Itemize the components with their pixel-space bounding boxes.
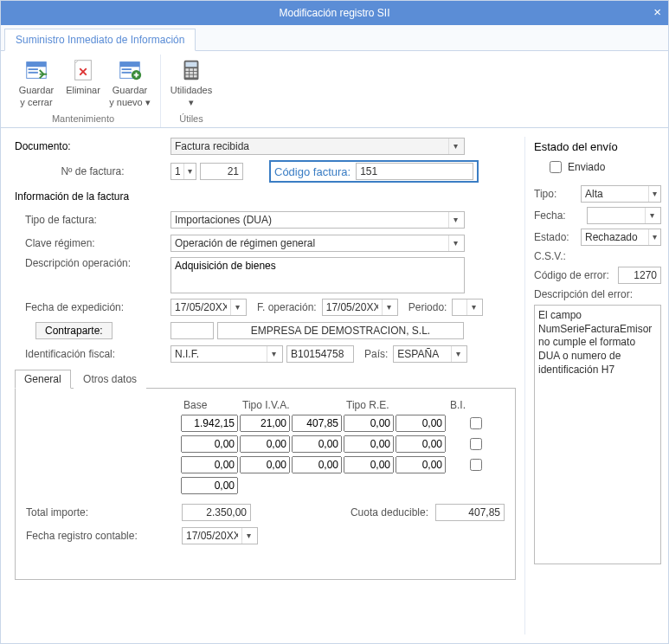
envio-descerr-label: Descripción del error: — [534, 288, 633, 300]
pais-select[interactable]: ▾ — [393, 345, 467, 363]
enviado-checkbox[interactable] — [550, 161, 562, 173]
bi-checkbox[interactable] — [451, 438, 501, 450]
documento-label: Documento: — [15, 140, 170, 152]
utilities-button[interactable]: Utilidades ▾ — [168, 55, 215, 110]
delete-icon — [70, 57, 96, 83]
idfiscal-tipo-select[interactable]: ▾ — [170, 345, 283, 363]
chevron-down-icon: ▾ — [448, 235, 462, 251]
save-new-button[interactable]: Guardar y nuevo ▾ — [106, 55, 153, 110]
chevron-down-icon: ▾ — [648, 186, 660, 202]
save-close-icon — [23, 57, 49, 83]
svg-rect-20 — [194, 75, 197, 78]
envio-tipo-label: Tipo: — [534, 188, 581, 200]
th-tipore: Tipo R.E. — [343, 397, 447, 413]
clave-regimen-select[interactable]: ▾ — [170, 235, 465, 252]
tab-sii[interactable]: Suministro Inmediato de Información — [4, 29, 196, 51]
window-title: Modificación registro SII — [279, 7, 389, 19]
total-importe-label: Total importe: — [26, 506, 182, 518]
th-bi: B.I. — [447, 397, 505, 413]
periodo-select[interactable]: ▾ — [452, 299, 483, 316]
nfactura-input[interactable] — [200, 163, 243, 180]
svg-rect-15 — [185, 72, 189, 74]
chevron-down-icon: ▾ — [466, 299, 480, 315]
codigo-factura-input[interactable] — [356, 163, 473, 180]
envio-estado-label: Estado: — [534, 231, 581, 243]
tax-row — [180, 413, 505, 434]
close-icon[interactable]: × — [653, 4, 661, 19]
ribbon-group-label-util: Útiles — [179, 113, 203, 124]
tab-otros-datos[interactable]: Otros datos — [74, 370, 146, 389]
envio-fecha-label: Fecha: — [534, 209, 581, 222]
ribbon-tabstrip: Suministro Inmediato de Información — [1, 25, 668, 51]
clave-regimen-label: Clave régimen: — [15, 237, 170, 249]
svg-rect-8 — [122, 72, 132, 74]
fexp-date[interactable]: ▾ — [170, 299, 247, 316]
tre-input[interactable] — [344, 415, 394, 432]
estado-envio-title: Estado del envío — [534, 140, 661, 153]
chevron-down-icon: ▾ — [382, 299, 396, 315]
envio-tipo-select[interactable]: ▾ — [581, 185, 661, 203]
tipo-factura-label: Tipo de factura: — [15, 214, 170, 226]
svg-rect-11 — [185, 62, 196, 68]
save-close-button[interactable]: Guardar y cerrar — [13, 55, 60, 110]
chevron-down-icon: ▾ — [241, 528, 255, 544]
codigo-factura-box: Código factura: — [269, 160, 479, 183]
chevron-down-icon: ▾ — [645, 208, 659, 223]
save-new-icon — [117, 57, 143, 83]
envio-csv-label: C.S.V.: — [534, 250, 581, 262]
ribbon-group-mantenimiento: Guardar y cerrar Eliminar Guardar y nuev… — [6, 55, 161, 127]
envio-fecha-date[interactable]: ▾ — [587, 207, 661, 224]
tax-table: Base Tipo I.V.A. Tipo R.E. B.I. — [180, 397, 505, 496]
svg-rect-16 — [190, 72, 193, 74]
tax-row — [180, 434, 505, 454]
freg-date[interactable]: ▾ — [182, 527, 258, 544]
nfactura-prefix[interactable]: ▾ — [170, 163, 196, 180]
delete-button[interactable]: Eliminar — [60, 55, 106, 110]
contraparte-name-input[interactable] — [217, 322, 464, 339]
envio-estado-select[interactable]: ▾ — [581, 229, 661, 246]
ribbon: Guardar y cerrar Eliminar Guardar y nuev… — [1, 51, 668, 128]
contraparte-button[interactable]: Contraparte: — [35, 322, 113, 339]
descripcion-label: Descripción operación: — [15, 257, 170, 269]
fop-date[interactable]: ▾ — [322, 299, 398, 316]
title-bar: Modificación registro SII × — [1, 1, 668, 25]
fexp-label: Fecha de expedición: — [15, 301, 170, 313]
tiva-input[interactable] — [240, 415, 290, 432]
svg-rect-7 — [122, 68, 132, 70]
ribbon-group-label-mant: Mantenimiento — [52, 113, 114, 124]
documento-select[interactable]: ▾ — [170, 138, 465, 155]
contraparte-code-input[interactable] — [170, 322, 214, 339]
tab-general[interactable]: General — [15, 370, 71, 389]
fop-label: F. operación: — [257, 301, 317, 313]
bi-checkbox[interactable] — [451, 459, 501, 471]
idfiscal-label: Identificación fiscal: — [15, 348, 170, 360]
base-total-input[interactable] — [181, 477, 238, 494]
descripcion-textarea[interactable]: Adquisición de bienes — [170, 257, 465, 293]
chevron-down-icon: ▾ — [230, 299, 244, 315]
svg-rect-2 — [29, 68, 38, 70]
base-input[interactable] — [181, 415, 238, 432]
svg-rect-1 — [27, 62, 47, 68]
civa-input[interactable] — [292, 415, 342, 432]
cre-input[interactable] — [396, 415, 446, 432]
ribbon-group-utiles: Utilidades ▾ Útiles — [161, 55, 222, 127]
pais-label: País: — [364, 348, 388, 360]
svg-rect-14 — [194, 68, 197, 71]
bi-checkbox[interactable] — [451, 417, 501, 429]
idfiscal-num-input[interactable] — [286, 345, 354, 363]
chevron-down-icon: ▾ — [448, 212, 462, 228]
cuota-deducible-label: Cuota deducible: — [251, 506, 435, 518]
tax-row — [180, 454, 505, 475]
envio-coderr-label: Código de error: — [534, 269, 618, 281]
cuota-deducible-input[interactable] — [435, 504, 505, 521]
chevron-down-icon: ▾ — [648, 229, 660, 245]
freg-label: Fecha registro contable: — [26, 530, 182, 542]
svg-rect-17 — [194, 72, 197, 74]
chevron-down-icon: ▾ — [451, 346, 465, 362]
nfactura-label: Nº de factura: — [15, 165, 170, 177]
total-importe-input[interactable] — [182, 504, 251, 521]
chevron-down-icon: ▾ — [183, 164, 196, 179]
envio-coderr-input[interactable] — [618, 267, 661, 284]
svg-rect-3 — [29, 72, 38, 74]
tipo-factura-select[interactable]: ▾ — [170, 211, 465, 229]
